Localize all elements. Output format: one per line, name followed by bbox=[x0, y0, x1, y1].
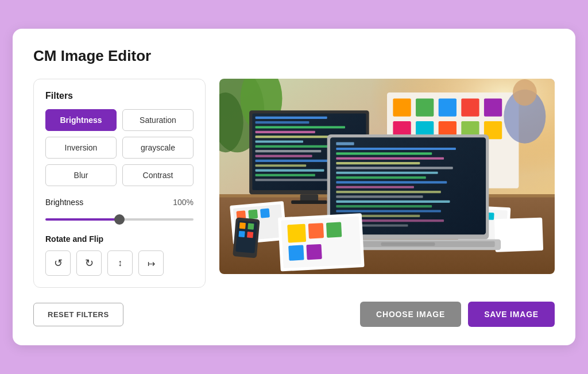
svg-rect-58 bbox=[336, 172, 438, 174]
svg-rect-52 bbox=[336, 142, 354, 145]
svg-rect-39 bbox=[256, 140, 303, 142]
svg-rect-78 bbox=[288, 245, 304, 260]
rotate-left-button[interactable]: ↺ bbox=[45, 250, 71, 276]
svg-rect-10 bbox=[248, 209, 258, 219]
svg-point-81 bbox=[513, 79, 537, 106]
svg-rect-42 bbox=[256, 155, 312, 157]
svg-rect-64 bbox=[336, 201, 450, 203]
main-content: Filters Brightness Saturation Inversion … bbox=[33, 79, 555, 288]
svg-rect-77 bbox=[326, 222, 342, 237]
svg-rect-20 bbox=[416, 98, 434, 116]
svg-rect-72 bbox=[381, 242, 435, 246]
app-title: CM Image Editor bbox=[33, 47, 555, 65]
save-image-button[interactable]: SAVE IMAGE bbox=[468, 302, 555, 327]
svg-rect-53 bbox=[336, 148, 456, 150]
svg-rect-37 bbox=[256, 131, 315, 133]
filter-btn-grayscale[interactable]: grayscale bbox=[122, 137, 194, 159]
svg-rect-43 bbox=[256, 160, 330, 162]
flip-vertical-button[interactable]: ↕ bbox=[107, 250, 133, 276]
svg-rect-19 bbox=[393, 98, 411, 116]
slider-container bbox=[45, 213, 194, 223]
rotate-right-icon: ↻ bbox=[85, 257, 94, 269]
brightness-header: Brightness 100% bbox=[45, 198, 194, 207]
rotate-flip-buttons: ↺ ↻ ↕ ↦ bbox=[45, 250, 194, 276]
svg-rect-45 bbox=[256, 169, 324, 171]
svg-rect-47 bbox=[256, 179, 334, 181]
filter-btn-blur[interactable]: Blur bbox=[45, 164, 117, 186]
action-buttons: CHOOSE IMAGE SAVE IMAGE bbox=[360, 302, 555, 327]
rotate-left-icon: ↺ bbox=[54, 257, 63, 269]
svg-rect-60 bbox=[336, 181, 447, 183]
svg-rect-21 bbox=[439, 98, 457, 116]
brightness-section: Brightness 100% bbox=[45, 198, 194, 223]
svg-rect-23 bbox=[484, 98, 502, 116]
svg-rect-59 bbox=[336, 176, 425, 179]
filter-buttons-grid: Brightness Saturation Inversion grayscal… bbox=[45, 109, 194, 186]
svg-rect-22 bbox=[461, 98, 479, 116]
svg-rect-85 bbox=[247, 223, 254, 230]
filter-btn-brightness[interactable]: Brightness bbox=[45, 109, 117, 131]
svg-rect-83 bbox=[235, 221, 257, 253]
svg-rect-57 bbox=[336, 167, 452, 169]
flip-horizontal-icon: ↦ bbox=[148, 258, 155, 269]
svg-rect-35 bbox=[256, 121, 310, 124]
svg-rect-17 bbox=[494, 218, 543, 252]
filter-btn-inversion[interactable]: Inversion bbox=[45, 137, 117, 159]
svg-rect-87 bbox=[247, 232, 253, 238]
preview-image bbox=[219, 79, 555, 274]
svg-rect-54 bbox=[336, 152, 432, 155]
bottom-bar: RESET FILTERS CHOOSE IMAGE SAVE IMAGE bbox=[33, 302, 555, 327]
reset-filters-button[interactable]: RESET FILTERS bbox=[33, 303, 123, 326]
filter-btn-saturation[interactable]: Saturation bbox=[122, 109, 194, 131]
svg-rect-36 bbox=[256, 126, 345, 128]
svg-rect-56 bbox=[336, 162, 420, 164]
svg-rect-40 bbox=[256, 145, 339, 148]
filters-panel: Filters Brightness Saturation Inversion … bbox=[33, 79, 206, 288]
svg-rect-75 bbox=[287, 224, 306, 243]
rotate-flip-title: Rotate and Flip bbox=[45, 234, 194, 244]
svg-rect-38 bbox=[256, 136, 334, 138]
svg-rect-63 bbox=[336, 195, 423, 198]
svg-rect-34 bbox=[256, 117, 327, 119]
svg-rect-44 bbox=[256, 164, 307, 167]
brightness-slider[interactable] bbox=[45, 218, 194, 221]
app-container: CM Image Editor Filters Brightness Satur… bbox=[13, 29, 575, 345]
filters-title: Filters bbox=[45, 91, 194, 101]
svg-rect-66 bbox=[336, 210, 441, 212]
svg-rect-86 bbox=[238, 231, 245, 237]
brightness-label: Brightness bbox=[45, 198, 83, 207]
svg-rect-61 bbox=[336, 186, 414, 188]
svg-rect-55 bbox=[336, 157, 444, 160]
brightness-value: 100% bbox=[173, 198, 194, 207]
svg-rect-76 bbox=[308, 223, 324, 238]
svg-rect-65 bbox=[336, 205, 432, 207]
flip-horizontal-button[interactable]: ↦ bbox=[138, 250, 164, 276]
choose-image-button[interactable]: CHOOSE IMAGE bbox=[360, 302, 461, 327]
svg-rect-49 bbox=[291, 201, 327, 204]
image-preview bbox=[219, 79, 555, 274]
svg-rect-46 bbox=[256, 174, 315, 176]
svg-rect-11 bbox=[260, 209, 270, 218]
svg-rect-84 bbox=[239, 222, 246, 229]
rotate-right-button[interactable]: ↻ bbox=[76, 250, 102, 276]
svg-rect-62 bbox=[336, 191, 441, 193]
svg-rect-41 bbox=[256, 150, 322, 152]
filter-btn-contrast[interactable]: Contrast bbox=[122, 164, 194, 186]
flip-vertical-icon: ↕ bbox=[118, 258, 122, 268]
svg-rect-79 bbox=[306, 244, 322, 260]
